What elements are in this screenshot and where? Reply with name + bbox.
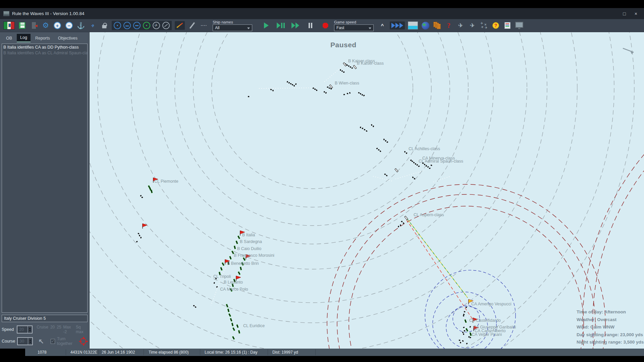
zoom-out-icon[interactable]: −	[65, 21, 73, 30]
contact-dot	[413, 162, 415, 164]
formation-green-dot-icon[interactable]	[143, 22, 150, 29]
air-mission-icon[interactable]: ✈✈	[468, 21, 477, 30]
division-panel: Italy Cruiser Division 5 Speed 20 ▲▼ Cru…	[0, 315, 89, 349]
close-button[interactable]: ×	[635, 11, 637, 16]
fast-forward-icon[interactable]	[291, 21, 300, 30]
formation-dot-icon[interactable]	[114, 22, 121, 29]
status-bar: 10784431N 01322E26 Jun 14:16 1902Time el…	[25, 349, 644, 356]
gray-range-ring	[193, 32, 431, 207]
ship-label: B Benedetto Brin	[227, 261, 259, 266]
friendly-ship	[466, 328, 468, 331]
stop-icon[interactable]	[321, 21, 330, 30]
compass-icon[interactable]	[162, 22, 170, 29]
aircraft-circle-icon[interactable]: ✈	[153, 22, 160, 29]
conditions-panel: Time of day: AfternoonWeather: OvercastW…	[577, 308, 644, 346]
ship-names-group: Ship names All	[213, 20, 252, 31]
friendly-ship	[226, 304, 228, 307]
blue-maneuver-ring	[425, 270, 516, 349]
log-entry[interactable]: B Italia identifies CA as DD Python-clas…	[3, 45, 86, 50]
help-icon[interactable]: ?	[491, 21, 500, 30]
gray-range-ring	[175, 32, 450, 226]
scattered-planes-icon[interactable]: ✈✈✈✈	[480, 21, 488, 30]
division-title[interactable]: Italy Cruiser Division 5	[2, 315, 88, 322]
ship-label: CA Marco Polo	[220, 287, 248, 292]
condition-line: Wind: Calm WNW	[577, 323, 644, 331]
friendly-ship	[236, 241, 238, 244]
tab-ob[interactable]: OB	[3, 35, 15, 42]
sighted-ship	[353, 65, 357, 69]
contact-dot	[343, 94, 345, 95]
speed-up-chevron-icon[interactable]: ^	[378, 21, 387, 30]
speed-preset-20[interactable]: 20	[50, 325, 55, 334]
speed-preset-25[interactable]: 25	[57, 325, 61, 334]
lock-formation-icon[interactable]	[100, 21, 109, 30]
exit-icon[interactable]	[30, 21, 38, 30]
ship-names-select[interactable]: All	[213, 24, 252, 31]
statusbar-separator	[315, 349, 316, 355]
weather-icon[interactable]	[408, 21, 418, 30]
play-to-event-icon[interactable]	[276, 21, 285, 30]
friendly-ship	[232, 336, 234, 340]
contact-dot	[469, 326, 471, 327]
nation-flag-icon[interactable]	[3, 21, 15, 30]
log-entry[interactable]: B Italia identifies CA as CL Admiral Spa…	[3, 50, 86, 56]
screen-capture-icon[interactable]	[515, 21, 524, 30]
contact-dot	[459, 340, 461, 341]
friendly-ship	[220, 267, 222, 270]
tab-log[interactable]: Log	[17, 34, 31, 42]
world-map-icon[interactable]	[421, 21, 430, 30]
speed-preset-sq-max[interactable]: Sq max	[76, 325, 88, 334]
red-range-ring	[583, 60, 644, 349]
speed-preset-max--2[interactable]: Max -2	[63, 325, 74, 334]
contact-dot	[138, 233, 139, 234]
notes-icon[interactable]	[503, 21, 512, 30]
aircraft-icon[interactable]: ✈✈	[456, 21, 465, 30]
contact-dot	[360, 93, 362, 95]
statusbar-separator	[268, 349, 268, 355]
play-icon[interactable]	[262, 21, 271, 30]
save-icon[interactable]	[18, 21, 26, 30]
friendly-ship	[229, 256, 231, 259]
max-speed-icon[interactable]	[390, 21, 405, 30]
settings-gear-icon[interactable]: ⚙	[41, 21, 50, 30]
maximize-button[interactable]: □	[623, 11, 626, 16]
target-crosshair-icon[interactable]	[80, 338, 86, 345]
contact-dot	[429, 168, 431, 169]
friendly-ship	[231, 323, 233, 326]
contact-dot	[343, 71, 345, 73]
contact-dot	[139, 235, 141, 236]
log-list[interactable]: B Italia identifies CA as DD Python-clas…	[2, 44, 88, 313]
buildings-icon[interactable]	[433, 21, 441, 30]
turn-together-checkbox[interactable]: ✓	[51, 339, 55, 344]
tab-reports[interactable]: Reports	[32, 35, 53, 42]
speed-preset-cruise[interactable]: Cruise	[37, 325, 48, 334]
contact-dot	[325, 92, 327, 94]
ship-anchor-icon[interactable]: ⚓	[76, 21, 85, 30]
ruler-icon[interactable]	[188, 21, 197, 30]
range-dots-icon[interactable]: ····	[200, 21, 208, 30]
tab-objectives[interactable]: Objectives	[55, 35, 81, 42]
contact-dot	[410, 160, 412, 161]
formation-dash-icon[interactable]	[133, 22, 141, 29]
contact-dot	[371, 124, 372, 126]
game-speed-select[interactable]: Fast	[334, 24, 374, 31]
damage-query-icon[interactable]: ?	[444, 21, 453, 30]
friendly-ship	[238, 272, 240, 275]
split-division-icon[interactable]: »	[86, 19, 99, 32]
gray-range-ring	[90, 32, 634, 349]
tactical-map[interactable]: B Kaiser-classB Kaiser-classB Wien-class…	[90, 32, 644, 349]
gray-range-ring	[90, 32, 547, 323]
zoom-in-icon[interactable]: +	[53, 21, 62, 30]
target-line-red	[407, 220, 473, 320]
formation-hand-icon[interactable]	[123, 22, 131, 29]
pause-icon[interactable]	[306, 21, 315, 30]
contact-dot	[328, 87, 330, 89]
course-stepper[interactable]: 30 ▲▼	[17, 337, 33, 345]
ship-track	[324, 65, 343, 82]
contact-dot	[362, 127, 363, 129]
plot-course-icon[interactable]	[175, 21, 185, 30]
map-canvas: B Kaiser-classB Kaiser-classB Wien-class…	[90, 32, 644, 349]
course-arrow-icon[interactable]: ↖	[38, 337, 44, 345]
speed-stepper[interactable]: 20 ▲▼	[17, 325, 33, 334]
contact-dot	[398, 226, 399, 227]
